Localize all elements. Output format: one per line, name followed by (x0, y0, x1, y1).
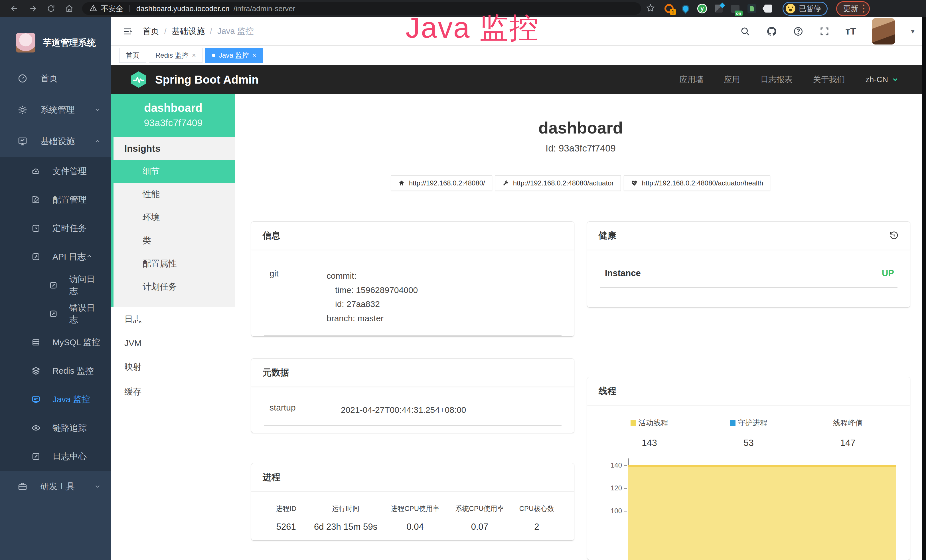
sba-menu-details[interactable]: 细节 (111, 160, 235, 183)
collapse-menu-icon[interactable] (123, 26, 133, 36)
sba-nav-wall[interactable]: 应用墙 (679, 74, 704, 85)
address-bar[interactable]: 不安全 dashboard.yudao.iocoder.cn/infra/adm… (82, 2, 641, 15)
sidebar-item-mysql[interactable]: MySQL 监控 (0, 328, 111, 357)
sba-menu-logs[interactable]: 日志 (111, 307, 235, 332)
browser-nav (6, 4, 78, 14)
instance-header[interactable]: dashboard 93a3fc7f7409 (111, 94, 235, 137)
git-commit-line: commit: (327, 269, 557, 283)
metadata-row: startup 2021-04-27T00:44:31.254+08:00 (264, 397, 561, 426)
sba-menu-classes[interactable]: 类 (113, 229, 235, 252)
tab-home[interactable]: 首页 (119, 48, 146, 63)
sba-nav-applications[interactable]: 应用 (724, 74, 740, 85)
sidebar-item-trace[interactable]: 链路追踪 (0, 414, 111, 442)
info-value: commit: time: 1596289704000 id: 27aa832 … (327, 269, 557, 325)
url-host: dashboard.yudao.iocoder.cn (136, 4, 230, 13)
health-url-link[interactable]: http://192.168.0.2:48080/actuator/health (624, 176, 770, 191)
extension-person-icon[interactable] (747, 3, 757, 14)
sidebar-item-file[interactable]: 文件管理 (0, 157, 111, 185)
sidebar-item-label: 系统管理 (41, 104, 94, 116)
tab-redis[interactable]: Redis 监控 × (149, 48, 203, 63)
sidebar-item-java[interactable]: Java 监控 (0, 385, 111, 414)
close-icon[interactable]: × (192, 51, 196, 59)
instance-name: dashboard (114, 101, 232, 114)
health-card: 健康 Instance UP (587, 222, 910, 307)
process-col-header: 运行时间 (309, 504, 383, 513)
health-instance-row: Instance UP (600, 264, 897, 288)
update-button[interactable]: 更新 (836, 1, 870, 16)
insights-group: Insights 细节 性能 环境 类 配置属性 计划任务 (111, 137, 235, 307)
sidebar-item-system[interactable]: 系统管理 (0, 94, 111, 126)
extension-puzzle-icon[interactable] (763, 3, 773, 14)
close-icon[interactable]: × (252, 51, 256, 59)
monitor-icon (18, 136, 29, 146)
font-size-icon[interactable]: тT (846, 26, 856, 37)
sba-menu-mappings[interactable]: 映射 (111, 354, 235, 380)
reload-icon[interactable] (46, 4, 56, 14)
info-key: git (269, 269, 327, 325)
update-label: 更新 (843, 4, 858, 14)
sba-menu-environment[interactable]: 环境 (113, 206, 235, 229)
extension-pin-icon[interactable] (681, 3, 691, 14)
sidebar-item-home[interactable]: 首页 (0, 63, 111, 94)
sidebar-item-dev-tool[interactable]: 研发工具 (0, 471, 111, 502)
sidebar-item-redis[interactable]: Redis 监控 (0, 357, 111, 385)
sba-nav-about[interactable]: 关于我们 (813, 74, 845, 85)
layers-icon (31, 366, 42, 375)
sidebar-item-config[interactable]: 配置管理 (0, 185, 111, 214)
window-scrollbar[interactable] (922, 17, 926, 560)
sba-locale-select[interactable]: zh-CN (865, 75, 899, 84)
forward-icon[interactable] (28, 4, 38, 14)
peak-threads-value: 147 (798, 437, 897, 448)
search-icon[interactable] (740, 26, 750, 36)
extension-y-icon[interactable]: y (697, 3, 707, 14)
app-title: 芋道管理系统 (43, 37, 96, 49)
sidebar-item-infra[interactable]: 基础设施 (0, 126, 111, 157)
browser-menu-icon[interactable] (863, 5, 864, 12)
help-icon[interactable] (793, 26, 803, 36)
chevron-down-icon (94, 106, 101, 113)
actuator-url-link[interactable]: http://192.168.0.2:48080/actuator (495, 176, 621, 191)
sba-nav-journal[interactable]: 日志报表 (761, 74, 793, 85)
sba-menu-caches[interactable]: 缓存 (111, 380, 235, 404)
top-navbar: 首页 / 基础设施 / Java 监控 тT ▾ (111, 17, 926, 45)
system-cpu: 0.07 (448, 522, 512, 532)
paused-chip[interactable]: 已暂停 (782, 2, 828, 16)
threads-chart: 140 120 100 (600, 461, 897, 560)
extension-grid-icon[interactable] (714, 3, 724, 14)
extension-on-badge: on (735, 11, 743, 16)
sba-brand[interactable]: Spring Boot Admin (130, 70, 259, 89)
tab-java[interactable]: Java 监控 × (205, 48, 263, 63)
sidebar-item-label: 定时任务 (53, 222, 87, 234)
chevron-up-icon (94, 138, 101, 145)
github-icon[interactable] (766, 26, 777, 37)
sidebar-item-job[interactable]: 定时任务 (0, 214, 111, 242)
sidebar-item-log-center[interactable]: 日志中心 (0, 442, 111, 471)
timer-icon (31, 224, 42, 233)
extension-icon[interactable]: 1 (664, 3, 674, 14)
sba-menu-jvm[interactable]: JVM (111, 332, 235, 354)
sidebar-item-access-log[interactable]: 访问日志 (0, 271, 111, 300)
avatar[interactable] (872, 18, 895, 44)
home-icon[interactable] (65, 4, 74, 14)
browser-chrome: 不安全 dashboard.yudao.iocoder.cn/infra/adm… (0, 0, 926, 17)
sidebar-item-error-log[interactable]: 错误日志 (0, 300, 111, 328)
process-col-header: 进程CPU使用率 (383, 504, 448, 513)
legend-live: 活动线程 (600, 418, 699, 428)
process-col-header: 系统CPU使用率 (448, 504, 512, 513)
service-url-link[interactable]: http://192.168.0.2:48080/ (391, 176, 492, 191)
sidebar-item-api-log[interactable]: API 日志 (0, 242, 111, 271)
fullscreen-icon[interactable] (819, 26, 830, 36)
back-icon[interactable] (10, 4, 20, 14)
breadcrumb-infra[interactable]: 基础设施 (172, 26, 205, 37)
screen: 不安全 dashboard.yudao.iocoder.cn/infra/adm… (0, 0, 926, 560)
breadcrumb-home[interactable]: 首页 (142, 26, 159, 37)
sba-menu-performance[interactable]: 性能 (113, 183, 235, 206)
live-threads-value: 143 (600, 437, 699, 448)
sba-menu-scheduled[interactable]: 计划任务 (113, 275, 235, 298)
caret-down-icon[interactable]: ▾ (911, 27, 915, 36)
sba-menu-configprops[interactable]: 配置属性 (113, 252, 235, 275)
bookmark-star-icon[interactable] (646, 4, 655, 14)
sba-content: dashboard Id: 93a3fc7f7409 http://192.16… (235, 94, 926, 560)
history-icon[interactable] (890, 231, 899, 240)
extension-on-icon[interactable]: on (730, 3, 740, 14)
